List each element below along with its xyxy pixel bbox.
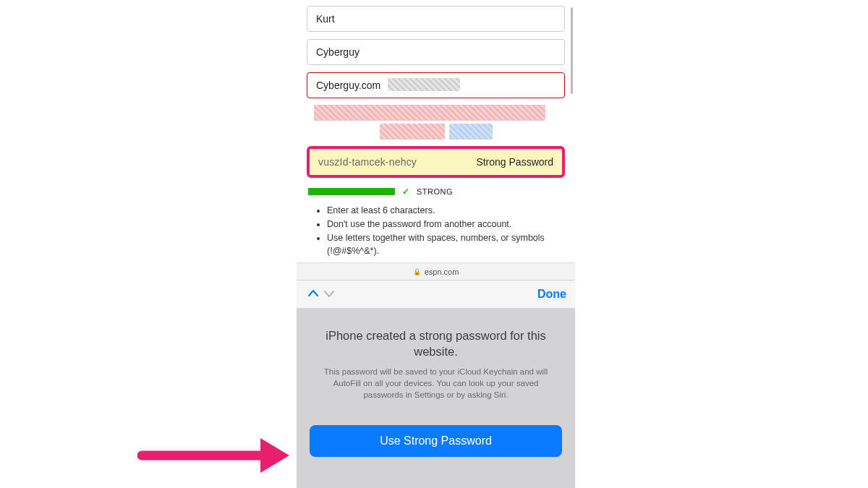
list-item: Use letters together with spaces, number…	[327, 231, 565, 259]
list-item: Don't use the password from another acco…	[327, 218, 565, 231]
list-item: Enter at least 6 characters.	[327, 204, 565, 218]
redacted-overlay	[388, 78, 460, 91]
panel-subtitle: This password will be saved to your iClo…	[320, 366, 552, 401]
prev-field-button[interactable]	[305, 288, 321, 301]
callout-arrow-annotation	[137, 434, 289, 477]
scrollbar[interactable]	[571, 7, 573, 94]
password-strength-badge: Strong Password	[476, 156, 553, 168]
password-value: vuszId-tamcek-nehcy	[318, 156, 476, 168]
password-highlight-box: vuszId-tamcek-nehcy Strong Password	[307, 146, 565, 178]
password-hints-list: Enter at least 6 characters. Don't use t…	[307, 204, 565, 262]
first-name-field[interactable]	[307, 6, 565, 32]
done-button[interactable]: Done	[537, 288, 566, 301]
last-name-field[interactable]	[307, 39, 565, 65]
next-field-button[interactable]	[321, 288, 337, 301]
chevron-up-icon	[308, 288, 318, 299]
svg-marker-1	[260, 438, 289, 473]
url-bar[interactable]: 🔒 espn.com	[297, 262, 575, 280]
domain-label: espn.com	[425, 267, 459, 276]
chevron-down-icon	[324, 288, 334, 299]
signup-form: vuszId-tamcek-nehcy Strong Password ✓ ST…	[297, 0, 575, 262]
use-strong-password-button[interactable]: Use Strong Password	[310, 425, 562, 457]
keychain-suggestion-panel: iPhone created a strong password for thi…	[297, 309, 575, 488]
panel-title: iPhone created a strong password for thi…	[324, 328, 548, 360]
strength-bar	[308, 188, 395, 195]
lock-icon: 🔒	[413, 268, 421, 275]
checkmark-icon: ✓	[402, 187, 409, 197]
password-strength-meter: ✓ STRONG	[307, 187, 565, 197]
error-message	[307, 106, 565, 139]
password-field[interactable]: vuszId-tamcek-nehcy Strong Password	[310, 149, 562, 175]
arrow-icon	[137, 434, 289, 477]
phone-frame: vuszId-tamcek-nehcy Strong Password ✓ ST…	[297, 0, 575, 488]
keyboard-accessory-bar: Done	[297, 280, 575, 309]
strength-label: STRONG	[417, 187, 453, 196]
